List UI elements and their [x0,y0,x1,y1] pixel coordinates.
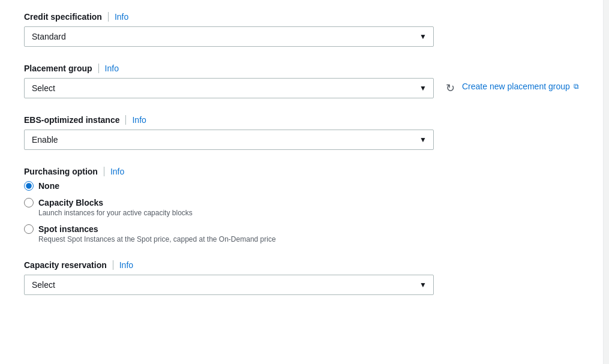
placement-group-info-link[interactable]: Info [105,64,119,73]
purchasing-option-spot-instances-description: Request Spot Instances at the Spot price… [38,235,579,243]
purchasing-option-spot-instances-label[interactable]: Spot instances [38,224,98,234]
purchasing-option-radio-group: None Capacity Blocks Launch instances fo… [24,181,579,243]
capacity-reservation-info-link[interactable]: Info [119,260,133,270]
purchasing-option-capacity-blocks-description: Launch instances for your active capacit… [38,209,579,217]
ebs-optimized-info-link[interactable]: Info [132,115,146,125]
divider-3 [125,115,126,125]
placement-group-label: Placement group [24,64,92,73]
ebs-optimized-section: EBS-optimized instance Info Enable Disab… [24,115,579,150]
purchasing-option-capacity-blocks-label-row: Capacity Blocks [24,198,579,207]
placement-group-select[interactable]: Select [24,78,434,98]
purchasing-option-capacity-blocks-item: Capacity Blocks Launch instances for you… [24,198,579,217]
capacity-reservation-section: Capacity reservation Info Select ▼ [24,260,579,295]
purchasing-option-info-link[interactable]: Info [110,167,124,176]
credit-specification-label-row: Credit specification Info [24,12,579,22]
create-placement-group-link[interactable]: Create new placement group ⧉ [462,82,579,91]
purchasing-option-capacity-blocks-label[interactable]: Capacity Blocks [38,198,103,207]
purchasing-option-none-item: None [24,181,579,191]
capacity-reservation-select-wrapper: Select ▼ [24,275,434,295]
credit-specification-select-wrapper: Standard Unlimited ▼ [24,26,434,47]
create-placement-group-text: Create new placement group [462,82,570,91]
ebs-optimized-select-wrapper: Enable Disable ▼ [24,130,434,150]
ebs-optimized-label: EBS-optimized instance [24,115,119,125]
capacity-reservation-label-row: Capacity reservation Info [24,260,579,270]
divider-5 [113,260,113,270]
credit-specification-label: Credit specification [24,12,102,22]
capacity-reservation-select[interactable]: Select [24,275,434,295]
divider-2 [98,64,99,73]
purchasing-option-section: Purchasing option Info None Capacity Blo… [24,167,579,243]
purchasing-option-spot-instances-label-row: Spot instances [24,224,579,234]
purchasing-option-spot-instances-radio[interactable] [24,224,34,234]
credit-specification-section: Credit specification Info Standard Unlim… [24,12,579,47]
right-panel [603,0,609,364]
purchasing-option-none-label[interactable]: None [38,181,59,191]
purchasing-option-label-row: Purchasing option Info [24,167,579,176]
ebs-optimized-label-row: EBS-optimized instance Info [24,115,579,125]
purchasing-option-capacity-blocks-radio[interactable] [24,198,34,207]
page-container: Credit specification Info Standard Unlim… [0,0,609,364]
credit-specification-info-link[interactable]: Info [115,12,128,22]
create-placement-group-container: ↻ Create new placement group ⧉ [446,82,579,95]
purchasing-option-none-label-row: None [24,181,579,191]
ebs-optimized-select[interactable]: Enable Disable [24,130,434,150]
divider [108,12,109,22]
divider-4 [104,167,104,176]
external-link-icon: ⧉ [574,82,579,91]
placement-group-select-wrapper: Select ▼ [24,78,434,98]
placement-group-label-row: Placement group Info [24,64,579,73]
purchasing-option-label: Purchasing option [24,167,98,176]
purchasing-option-none-radio[interactable] [24,181,34,191]
placement-group-row: Select ▼ ↻ Create new placement group ⧉ [24,78,579,98]
refresh-icon[interactable]: ↻ [446,82,455,95]
placement-group-section: Placement group Info Select ▼ ↻ Create n… [24,64,579,98]
purchasing-option-spot-instances-item: Spot instances Request Spot Instances at… [24,224,579,243]
credit-specification-select[interactable]: Standard Unlimited [24,26,434,47]
main-content: Credit specification Info Standard Unlim… [0,0,603,364]
capacity-reservation-label: Capacity reservation [24,260,107,270]
